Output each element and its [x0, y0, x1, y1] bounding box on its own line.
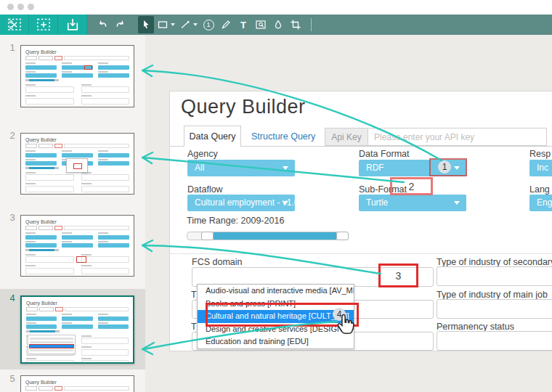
line-tool-button[interactable]: [178, 16, 199, 33]
filter-label-resp: Resp: [529, 149, 551, 159]
thumbnail-5[interactable]: Query Builder: [20, 375, 134, 392]
window-titlebar: [0, 0, 552, 15]
covered-label-fragment: T: [191, 290, 197, 300]
field-label-permanency-status: Permanency status: [437, 322, 514, 332]
field-label-type-of-industry-of-secondary-jo: Type of industry of secondary jo: [437, 257, 552, 267]
hand-cursor-icon: [335, 314, 357, 338]
annotation-number-3: 3: [396, 270, 402, 282]
covered-label-fragment: T: [191, 322, 197, 332]
editor-canvas: Query Builder Data Query Structure Query…: [145, 35, 552, 392]
filter-select-dataflow[interactable]: Cultural employment - v1.0: [187, 195, 295, 211]
rectangle-icon: [157, 19, 169, 30]
pointer-tool-button[interactable]: [138, 16, 154, 33]
thumbnail-number: 4: [6, 293, 19, 303]
droplet-icon: [272, 19, 284, 30]
step-number-icon: 1: [203, 20, 214, 30]
screenshot-editor-window: 1 T: [0, 0, 552, 392]
rectangle-tool-button[interactable]: [155, 16, 176, 33]
api-key-input[interactable]: [368, 128, 547, 146]
filter-select-sub-format[interactable]: Turtle: [359, 195, 466, 211]
undo-icon: [97, 19, 109, 31]
window-control-dot[interactable]: [17, 4, 24, 10]
thumbnail-number: 2: [6, 130, 19, 141]
step-number-tool-button[interactable]: 1: [200, 16, 216, 33]
tab-data-query[interactable]: Data Query: [184, 126, 241, 147]
filter-label-lang: Lang: [529, 184, 550, 195]
thumbnail-mini-title: Query Builder: [25, 380, 129, 385]
main-toolbar: 1 T: [0, 15, 552, 35]
filter-label-data-format: Data Format: [359, 149, 409, 159]
text-tool-button[interactable]: T: [235, 16, 251, 33]
tab-structure-query[interactable]: Structure Query: [251, 131, 315, 142]
thumbnail-panel: 1Query Builder2Query Builder3Query Build…: [0, 35, 146, 392]
filter-label-dataflow: Dataflow: [187, 184, 223, 195]
region-capture-icon: [7, 17, 22, 32]
window-control-dot[interactable]: [7, 4, 14, 10]
thumbnail-4[interactable]: Query Builder: [20, 295, 134, 364]
slider-fill: [214, 232, 336, 240]
annotation-badge-1[interactable]: 1: [438, 160, 451, 173]
fcs-option-5[interactable]: Education and training [EDU]: [198, 335, 354, 348]
time-range-label: Time Range: 2009-2016: [187, 216, 284, 226]
undo-button[interactable]: [94, 16, 110, 33]
text-icon: T: [240, 20, 246, 30]
annotation-number-2: 2: [409, 181, 415, 192]
tool-group: 1 T: [87, 15, 312, 35]
thumbnail-number: 3: [6, 212, 19, 223]
thumbnail-mini-title: Query Builder: [25, 137, 129, 142]
rectangle-tool-caret-icon: [171, 23, 175, 26]
field-label-type-of-industry-of-main-job: Type of industry of main job: [437, 290, 548, 300]
line-tool-caret-icon: [193, 23, 198, 26]
filter-select-resp[interactable]: Inc: [529, 160, 552, 176]
crop-icon: [290, 19, 301, 30]
redo-icon: [114, 19, 126, 31]
zoom-area-icon: [255, 19, 267, 30]
window-control-dot[interactable]: [28, 4, 34, 10]
thumbnail-mini-title: Query Builder: [25, 49, 129, 54]
pointer-icon: [140, 19, 152, 30]
thumbnail-number: 1: [6, 42, 19, 53]
time-range-slider: [187, 232, 349, 240]
field-input-type-of-industry-of-secondary-jo[interactable]: [437, 266, 552, 286]
pen-tool-button[interactable]: [218, 16, 234, 33]
fcs-option-1[interactable]: Audio-visual and interactive media [AV_M…: [198, 285, 354, 298]
filter-select-agency[interactable]: All: [187, 160, 295, 176]
thumbnail-2[interactable]: Query Builder: [20, 133, 134, 195]
zoom-area-tool-button[interactable]: [253, 16, 269, 33]
slider-handle-left[interactable]: [201, 232, 214, 240]
add-capture-button[interactable]: [29, 15, 58, 35]
pen-icon: [220, 19, 232, 30]
export-icon: [65, 17, 80, 32]
field-input-permanency-status[interactable]: [437, 331, 552, 351]
capture-region-button[interactable]: [0, 15, 29, 35]
blur-droplet-tool-button[interactable]: [270, 16, 286, 33]
fcs-domain-label: FCS domain: [192, 257, 242, 267]
export-button[interactable]: [58, 15, 87, 35]
thumbnail-number: 5: [6, 373, 19, 384]
annotation-box-2[interactable]: 2: [390, 177, 433, 195]
thumbnail-mini-title: Query Builder: [25, 219, 129, 224]
crop-tool-button[interactable]: [288, 16, 304, 33]
filter-select-lang[interactable]: Eng: [529, 195, 552, 211]
toolbar-divider: [311, 18, 312, 31]
filter-label-agency: Agency: [187, 149, 218, 159]
screenshot-query-builder-page: Query Builder Data Query Structure Query…: [169, 91, 552, 351]
add-capture-icon: [36, 17, 51, 32]
slider-handle-right[interactable]: [336, 232, 349, 240]
line-icon: [179, 19, 191, 30]
annotation-box-3[interactable]: 3: [378, 264, 418, 287]
page-title: Query Builder: [181, 96, 306, 118]
api-key-button[interactable]: Api Key: [325, 128, 368, 146]
thumbnail-3[interactable]: Query Builder: [20, 215, 134, 277]
thumbnail-1[interactable]: Query Builder: [20, 45, 134, 107]
redo-button[interactable]: [112, 16, 128, 33]
field-input-type-of-industry-of-main-job[interactable]: [437, 299, 552, 319]
section-divider: [170, 253, 552, 254]
thumbnail-mini-title: Query Builder: [26, 301, 129, 306]
